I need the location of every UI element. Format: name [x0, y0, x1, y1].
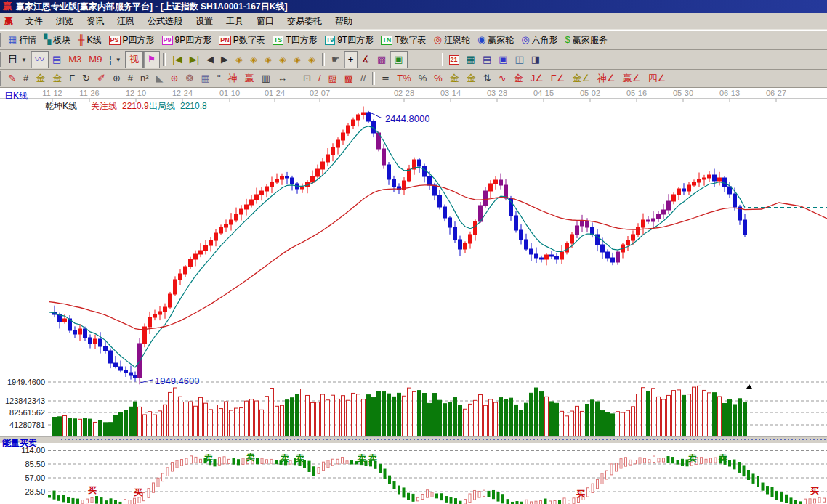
spiral-icon[interactable]: ↻: [78, 70, 94, 86]
measure-icon[interactable]: ∡: [358, 52, 374, 68]
pen-icon[interactable]: ✐: [94, 70, 109, 86]
t-square-button[interactable]: TST四方形: [269, 32, 321, 48]
brush-icon[interactable]: ✎: [4, 70, 20, 86]
menu-item-资讯[interactable]: 资讯: [80, 13, 110, 30]
shen-icon[interactable]: 神: [225, 70, 241, 86]
flag-icon[interactable]: ⚑: [143, 51, 161, 68]
gann-diamond-4-icon[interactable]: ◈: [275, 52, 290, 68]
volume-bar: [459, 405, 462, 436]
f-angle-icon[interactable]: F∠: [547, 70, 569, 86]
t-percent-icon[interactable]: T%: [393, 70, 415, 86]
p-square-button[interactable]: PSP四方形: [105, 32, 158, 48]
menu-item-工具[interactable]: 工具: [219, 13, 250, 30]
volume-bar: [73, 419, 77, 436]
go-first-icon[interactable]: |◀: [169, 52, 185, 68]
kline-button[interactable]: ╫K线: [74, 32, 105, 48]
menu-item-公式选股[interactable]: 公式选股: [141, 13, 189, 30]
menu-item-窗口[interactable]: 窗口: [250, 13, 281, 30]
p-table-button[interactable]: PNP数字表: [215, 32, 269, 48]
gold-lines-icon[interactable]: 金: [463, 70, 480, 86]
radial-icon[interactable]: ❂: [182, 70, 198, 86]
gann-diamond-1-icon[interactable]: ◈: [232, 52, 246, 68]
updown-pen-icon[interactable]: ⇅: [480, 70, 495, 86]
wave3-icon[interactable]: M3: [65, 52, 85, 68]
gold-grid-icon[interactable]: 金: [32, 70, 49, 86]
gann-diamond-2-icon[interactable]: ◈: [246, 52, 261, 68]
capture-icon[interactable]: ◨: [528, 52, 544, 68]
menu-item-江恩[interactable]: 江恩: [110, 13, 141, 30]
percent-lines-icon[interactable]: ℅: [430, 70, 446, 86]
n2-icon[interactable]: n²: [137, 70, 153, 86]
j-angle-icon[interactable]: J∠: [527, 70, 547, 86]
h-range-icon[interactable]: ↔: [274, 70, 291, 86]
wave-lines-icon[interactable]: ∿: [495, 70, 510, 86]
period-selector[interactable]: 日▼: [4, 52, 31, 68]
crosshair-icon[interactable]: +: [344, 51, 358, 68]
dropdown-arrow-icon[interactable]: ▼: [21, 57, 27, 63]
target-icon[interactable]: ⊕: [167, 70, 182, 86]
grid-fill2-icon[interactable]: ▩: [341, 70, 357, 86]
chart-area[interactable]: 11-1211-2612-1012-2401-1001-2402-0702-28…: [0, 88, 827, 504]
view-icon[interactable]: 视: [125, 51, 143, 68]
save-icon[interactable]: ▣: [495, 52, 511, 68]
info-panel-icon[interactable]: ▤: [49, 52, 65, 68]
menu-item-帮助[interactable]: 帮助: [328, 13, 359, 30]
f-grid-icon[interactable]: F: [65, 70, 78, 86]
ying-angle-icon[interactable]: 赢∠: [619, 70, 645, 86]
t-table-button[interactable]: TNT数字表: [377, 32, 429, 48]
hexagon-button[interactable]: ◎六角形: [517, 32, 561, 48]
quotes-button[interactable]: ▦行情: [4, 32, 40, 48]
volume-bar: [250, 399, 254, 436]
wave9-icon[interactable]: M9: [85, 52, 105, 68]
gann-diamond-5-icon[interactable]: ◈: [290, 52, 304, 68]
calculator-icon[interactable]: ▦: [463, 52, 479, 68]
winner-service-button[interactable]: $赢家服务: [562, 32, 611, 48]
pane-label-daily-kline: 日K线: [4, 90, 28, 102]
gold-circle-icon[interactable]: 金: [446, 70, 463, 86]
candle-style-selector[interactable]: ¦▼: [105, 52, 124, 68]
ying-icon[interactable]: 赢: [241, 70, 258, 86]
hand-tool-icon[interactable]: ☛: [328, 52, 344, 68]
dense-grid-icon[interactable]: #: [124, 70, 137, 86]
notes-icon[interactable]: ▤: [479, 52, 495, 68]
analysis-icon[interactable]: ▣: [390, 51, 407, 68]
menu-item-交易委托[interactable]: 交易委托: [281, 13, 328, 30]
next-bar-icon[interactable]: ▶: [217, 52, 232, 68]
grid-fill-icon[interactable]: ▨: [325, 70, 341, 86]
fan-lines-icon[interactable]: /: [315, 70, 325, 86]
gann-wheel-button[interactable]: ◎江恩轮: [430, 32, 474, 48]
winner-wheel-button[interactable]: ◉赢家轮: [474, 32, 517, 48]
percent-icon[interactable]: %: [415, 70, 431, 86]
menu-item-文件[interactable]: 文件: [19, 13, 49, 30]
quotes-button: ▦: [8, 35, 17, 45]
zigzag-icon[interactable]: 〰: [31, 51, 49, 68]
9p-square-button[interactable]: P99P四方形: [158, 32, 216, 48]
gann-diamond-6-icon[interactable]: ◈: [304, 52, 319, 68]
ruler-grid-icon[interactable]: ▥: [258, 70, 274, 86]
calendar-icon[interactable]: 21: [445, 52, 463, 68]
sectors-button[interactable]: ▚板块: [40, 32, 74, 48]
dropdown-arrow-icon[interactable]: ▼: [116, 57, 121, 63]
shen-angle-icon[interactable]: 神∠: [594, 70, 619, 86]
gold-grid2-icon[interactable]: 金: [49, 70, 65, 86]
pen-icon: ✐: [97, 73, 105, 84]
hatch-icon[interactable]: #: [20, 70, 32, 86]
box-select-icon[interactable]: ⊡: [299, 70, 315, 86]
gann-diamond-3-icon[interactable]: ◈: [261, 52, 275, 68]
web-grid-icon[interactable]: ▦: [197, 70, 213, 86]
gold-red-lines-icon[interactable]: 金: [510, 70, 527, 86]
circle-grid-icon[interactable]: ⊕: [109, 70, 124, 86]
export-image-icon[interactable]: ◫: [511, 52, 527, 68]
parallel-lines-icon[interactable]: //: [357, 70, 369, 86]
pattern-icon[interactable]: ▩: [374, 52, 390, 68]
menu-item-浏览[interactable]: 浏览: [49, 13, 80, 30]
9t-square-button[interactable]: T99T四方形: [321, 32, 378, 48]
si-angle-icon[interactable]: 四∠: [644, 70, 669, 86]
ticks-icon[interactable]: ʹʹ: [214, 70, 225, 86]
prev-bar-icon[interactable]: ◀: [203, 52, 217, 68]
stats-icon[interactable]: ≣: [378, 70, 393, 86]
angle-icon[interactable]: ◣: [153, 70, 167, 86]
go-last-icon[interactable]: ▶|: [186, 52, 203, 68]
menu-item-设置[interactable]: 设置: [189, 13, 219, 30]
gold-angle-icon[interactable]: 金∠: [568, 70, 594, 86]
